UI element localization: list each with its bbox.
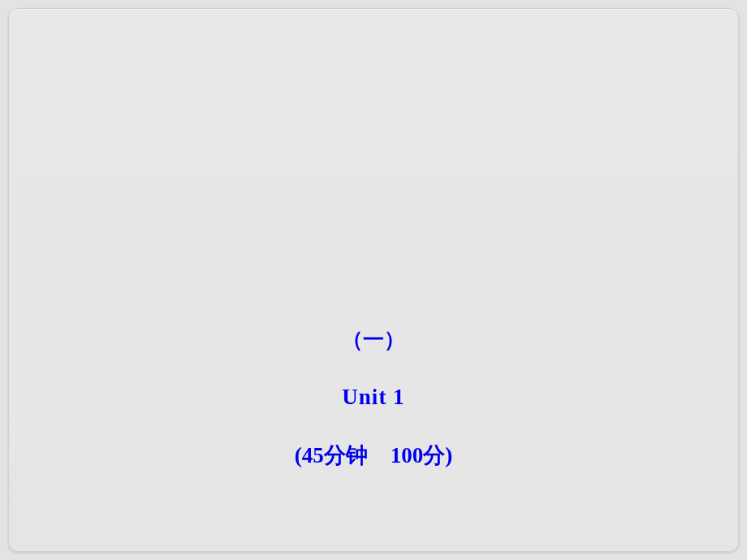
time-value-open: (45 [295, 443, 324, 467]
score-unit: 分 [423, 443, 445, 467]
time-score-info: (45分钟100分) [295, 441, 453, 470]
time-unit: 分钟 [324, 443, 368, 467]
score-value: 100 [391, 443, 424, 467]
slide-container: （一） Unit 1 (45分钟100分) [8, 8, 739, 552]
heading-number: （一） [342, 325, 405, 354]
close-paren: ) [445, 443, 452, 467]
content-block: （一） Unit 1 (45分钟100分) [295, 325, 453, 470]
unit-title: Unit 1 [342, 385, 404, 410]
